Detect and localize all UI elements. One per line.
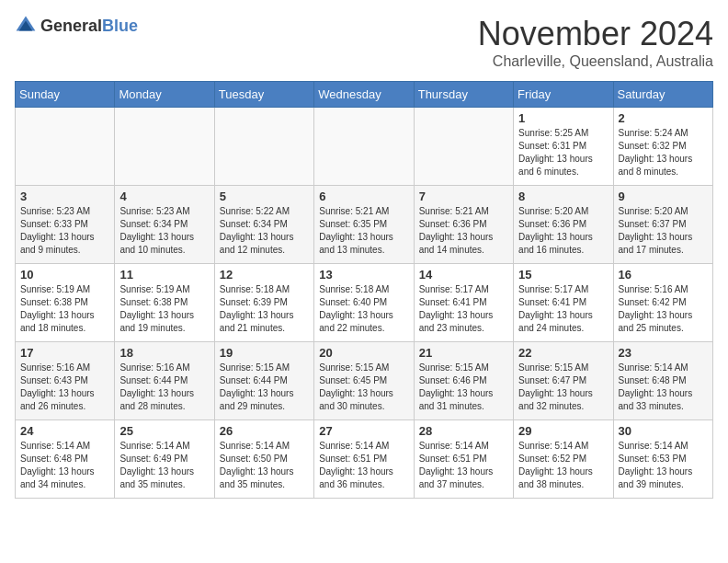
calendar-cell: 18Sunrise: 5:16 AM Sunset: 6:44 PM Dayli…: [115, 342, 214, 420]
day-number: 9: [619, 190, 708, 203]
calendar-cell: 1Sunrise: 5:25 AM Sunset: 6:31 PM Daylig…: [514, 108, 613, 186]
location-title: Charleville, Queensland, Australia: [478, 53, 713, 70]
day-number: 6: [319, 190, 408, 203]
calendar-cell: 3Sunrise: 5:23 AM Sunset: 6:33 PM Daylig…: [16, 186, 115, 264]
day-number: 4: [119, 190, 209, 203]
weekday-header: Wednesday: [314, 82, 414, 108]
calendar-cell: 16Sunrise: 5:16 AM Sunset: 6:42 PM Dayli…: [613, 264, 712, 342]
day-number: 8: [518, 190, 608, 203]
calendar-cell: 6Sunrise: 5:21 AM Sunset: 6:35 PM Daylig…: [314, 186, 414, 264]
calendar-cell: [414, 108, 513, 186]
calendar-cell: 12Sunrise: 5:18 AM Sunset: 6:39 PM Dayli…: [214, 264, 313, 342]
calendar-cell: 20Sunrise: 5:15 AM Sunset: 6:45 PM Dayli…: [314, 342, 414, 420]
day-number: 16: [619, 268, 708, 282]
calendar-cell: 25Sunrise: 5:14 AM Sunset: 6:49 PM Dayli…: [115, 420, 214, 499]
calendar-table: SundayMondayTuesdayWednesdayThursdayFrid…: [15, 81, 713, 499]
day-number: 2: [619, 111, 708, 125]
calendar-cell: [115, 108, 214, 186]
day-info: Sunrise: 5:20 AM Sunset: 6:36 PM Dayligh…: [518, 205, 608, 257]
calendar-cell: 22Sunrise: 5:15 AM Sunset: 6:47 PM Dayli…: [514, 342, 613, 420]
day-number: 17: [20, 346, 109, 360]
calendar-cell: 21Sunrise: 5:15 AM Sunset: 6:46 PM Dayli…: [414, 342, 513, 420]
calendar-cell: 15Sunrise: 5:17 AM Sunset: 6:41 PM Dayli…: [514, 264, 613, 342]
day-number: 20: [319, 346, 408, 360]
calendar-cell: 24Sunrise: 5:14 AM Sunset: 6:48 PM Dayli…: [16, 420, 115, 499]
day-number: 25: [119, 424, 209, 438]
calendar-cell: 19Sunrise: 5:15 AM Sunset: 6:44 PM Dayli…: [214, 342, 313, 420]
day-number: 29: [518, 424, 608, 438]
calendar-cell: 2Sunrise: 5:24 AM Sunset: 6:32 PM Daylig…: [613, 108, 712, 186]
day-number: 7: [419, 190, 508, 203]
day-info: Sunrise: 5:16 AM Sunset: 6:42 PM Dayligh…: [619, 283, 708, 335]
logo-text-blue: Blue: [102, 17, 138, 35]
title-area: November 2024 Charleville, Queensland, A…: [478, 15, 713, 70]
day-info: Sunrise: 5:14 AM Sunset: 6:51 PM Dayligh…: [419, 440, 508, 491]
calendar-cell: 8Sunrise: 5:20 AM Sunset: 6:36 PM Daylig…: [514, 186, 613, 264]
day-number: 26: [220, 424, 309, 438]
day-info: Sunrise: 5:14 AM Sunset: 6:51 PM Dayligh…: [319, 440, 408, 491]
weekday-header: Tuesday: [214, 82, 313, 108]
day-number: 14: [419, 268, 508, 282]
calendar-cell: 29Sunrise: 5:14 AM Sunset: 6:52 PM Dayli…: [514, 420, 613, 499]
day-info: Sunrise: 5:14 AM Sunset: 6:49 PM Dayligh…: [119, 440, 209, 491]
logo-icon: [15, 15, 37, 37]
day-number: 13: [319, 268, 408, 282]
day-info: Sunrise: 5:16 AM Sunset: 6:43 PM Dayligh…: [20, 362, 109, 413]
calendar-cell: 23Sunrise: 5:14 AM Sunset: 6:48 PM Dayli…: [613, 342, 712, 420]
weekday-header: Monday: [115, 82, 214, 108]
day-info: Sunrise: 5:17 AM Sunset: 6:41 PM Dayligh…: [518, 283, 608, 335]
calendar-cell: [16, 108, 115, 186]
day-number: 24: [20, 424, 109, 438]
day-info: Sunrise: 5:14 AM Sunset: 6:48 PM Dayligh…: [20, 440, 109, 491]
header: GeneralBlue November 2024 Charleville, Q…: [15, 15, 713, 70]
calendar-cell: 14Sunrise: 5:17 AM Sunset: 6:41 PM Dayli…: [414, 264, 513, 342]
calendar-cell: 4Sunrise: 5:23 AM Sunset: 6:34 PM Daylig…: [115, 186, 214, 264]
day-info: Sunrise: 5:20 AM Sunset: 6:37 PM Dayligh…: [619, 205, 708, 257]
logo: GeneralBlue: [15, 15, 138, 37]
day-number: 10: [20, 268, 109, 282]
weekday-header: Thursday: [414, 82, 513, 108]
month-title: November 2024: [478, 15, 713, 53]
calendar-cell: 5Sunrise: 5:22 AM Sunset: 6:34 PM Daylig…: [214, 186, 313, 264]
day-number: 11: [119, 268, 209, 282]
day-number: 3: [20, 190, 109, 203]
calendar-cell: 17Sunrise: 5:16 AM Sunset: 6:43 PM Dayli…: [16, 342, 115, 420]
day-info: Sunrise: 5:15 AM Sunset: 6:44 PM Dayligh…: [220, 362, 309, 413]
calendar-cell: 9Sunrise: 5:20 AM Sunset: 6:37 PM Daylig…: [613, 186, 712, 264]
weekday-header: Saturday: [613, 82, 712, 108]
day-info: Sunrise: 5:17 AM Sunset: 6:41 PM Dayligh…: [419, 283, 508, 335]
day-info: Sunrise: 5:15 AM Sunset: 6:45 PM Dayligh…: [319, 362, 408, 413]
day-number: 28: [419, 424, 508, 438]
calendar-cell: 13Sunrise: 5:18 AM Sunset: 6:40 PM Dayli…: [314, 264, 414, 342]
day-info: Sunrise: 5:24 AM Sunset: 6:32 PM Dayligh…: [619, 127, 708, 178]
day-info: Sunrise: 5:19 AM Sunset: 6:38 PM Dayligh…: [20, 283, 109, 335]
day-info: Sunrise: 5:21 AM Sunset: 6:35 PM Dayligh…: [319, 205, 408, 257]
day-number: 1: [518, 111, 608, 125]
calendar-cell: 11Sunrise: 5:19 AM Sunset: 6:38 PM Dayli…: [115, 264, 214, 342]
day-number: 21: [419, 346, 508, 360]
day-info: Sunrise: 5:14 AM Sunset: 6:48 PM Dayligh…: [619, 362, 708, 413]
day-info: Sunrise: 5:14 AM Sunset: 6:53 PM Dayligh…: [619, 440, 708, 491]
day-info: Sunrise: 5:21 AM Sunset: 6:36 PM Dayligh…: [419, 205, 508, 257]
day-info: Sunrise: 5:23 AM Sunset: 6:34 PM Dayligh…: [119, 205, 209, 257]
calendar-cell: 28Sunrise: 5:14 AM Sunset: 6:51 PM Dayli…: [414, 420, 513, 499]
day-info: Sunrise: 5:15 AM Sunset: 6:47 PM Dayligh…: [518, 362, 608, 413]
day-info: Sunrise: 5:14 AM Sunset: 6:50 PM Dayligh…: [220, 440, 309, 491]
weekday-header: Friday: [514, 82, 613, 108]
day-info: Sunrise: 5:25 AM Sunset: 6:31 PM Dayligh…: [518, 127, 608, 178]
day-info: Sunrise: 5:19 AM Sunset: 6:38 PM Dayligh…: [119, 283, 209, 335]
day-info: Sunrise: 5:23 AM Sunset: 6:33 PM Dayligh…: [20, 205, 109, 257]
calendar-cell: 7Sunrise: 5:21 AM Sunset: 6:36 PM Daylig…: [414, 186, 513, 264]
day-info: Sunrise: 5:15 AM Sunset: 6:46 PM Dayligh…: [419, 362, 508, 413]
logo-text-general: General: [40, 17, 102, 35]
day-number: 5: [220, 190, 309, 203]
day-number: 30: [619, 424, 708, 438]
calendar-cell: 26Sunrise: 5:14 AM Sunset: 6:50 PM Dayli…: [214, 420, 313, 499]
day-info: Sunrise: 5:14 AM Sunset: 6:52 PM Dayligh…: [518, 440, 608, 491]
day-info: Sunrise: 5:22 AM Sunset: 6:34 PM Dayligh…: [220, 205, 309, 257]
day-info: Sunrise: 5:18 AM Sunset: 6:40 PM Dayligh…: [319, 283, 408, 335]
day-number: 23: [619, 346, 708, 360]
day-number: 18: [119, 346, 209, 360]
calendar-cell: [314, 108, 414, 186]
day-number: 22: [518, 346, 608, 360]
